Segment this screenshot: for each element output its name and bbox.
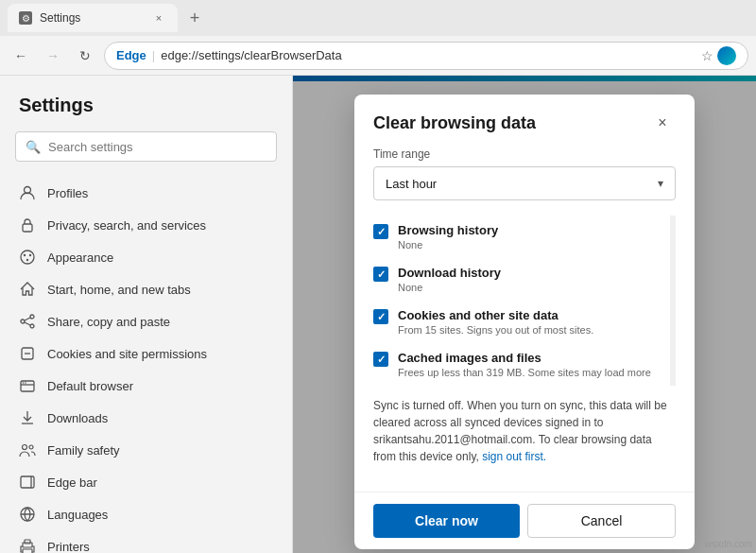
sidebar-item-printers[interactable]: Printers [0, 530, 292, 553]
download-icon [19, 409, 36, 426]
sidebar-item-label-cookies: Cookies and site permissions [47, 347, 273, 361]
browser-icon [19, 377, 36, 394]
tab-favicon-icon: ⚙ [19, 11, 32, 25]
checkmark-icon: ✓ [377, 268, 386, 281]
family-icon [19, 441, 36, 458]
sidebar-item-default-browser[interactable]: Default browser [0, 370, 292, 402]
modal-footer: Clear now Cancel [354, 492, 695, 549]
tab-close-button[interactable]: × [151, 10, 166, 26]
share-icon [19, 313, 36, 330]
home-icon [19, 281, 36, 298]
sidebar-item-label-profiles: Profiles [47, 186, 273, 200]
sidebar-item-languages[interactable]: Languages [0, 498, 292, 530]
lock-icon [19, 216, 36, 233]
sidebar-item-label-family: Family safety [47, 443, 273, 458]
sidebar-item-label-edgebar: Edge bar [47, 475, 273, 490]
address-bar[interactable]: Edge | edge://settings/clearBrowserData … [104, 42, 748, 70]
sidebar-item-edgebar[interactable]: Edge bar [0, 466, 292, 498]
sidebar-item-downloads[interactable]: Downloads [0, 402, 292, 434]
time-range-dropdown[interactable]: Last hour ▾ [373, 166, 676, 200]
nav-bar: ← → ↻ Edge | edge://settings/clearBrowse… [0, 36, 756, 76]
settings-tab[interactable]: ⚙ Settings × [8, 4, 178, 32]
sidebar-item-label-start: Start, home, and new tabs [47, 283, 273, 297]
svg-point-6 [30, 315, 34, 319]
checkmark-icon: ✓ [377, 226, 386, 238]
edgebar-icon [19, 474, 36, 491]
edge-brand-icon: Edge [116, 48, 146, 62]
time-range-value: Last hour [386, 177, 437, 191]
address-text: edge://settings/clearBrowserData [161, 48, 696, 62]
clear-browsing-data-modal: Clear browsing data × Time range Last ho… [354, 95, 695, 549]
download-history-checkbox[interactable]: ✓ [373, 267, 388, 282]
browser-chrome: ⚙ Settings × + ← → ↻ Edge | edge://setti… [0, 0, 756, 76]
checkbox-list: ✓ Browsing history None ✓ [373, 216, 676, 386]
svg-point-14 [25, 382, 26, 384]
sidebar-item-share[interactable]: Share, copy and paste [0, 305, 292, 337]
sidebar-item-label-printers: Printers [47, 540, 273, 554]
modal-close-button[interactable]: × [649, 110, 676, 136]
sidebar-item-label-privacy: Privacy, search, and services [47, 218, 273, 233]
profile-icon [19, 184, 36, 201]
browsing-history-sub: None [398, 239, 664, 251]
download-history-label: Download history [398, 266, 664, 280]
forward-button[interactable]: → [40, 43, 66, 69]
browsing-history-item: ✓ Browsing history None [373, 216, 664, 258]
cookie-icon [19, 345, 36, 362]
cached-label: Cached images and files [398, 351, 664, 365]
tab-title: Settings [40, 11, 144, 25]
sidebar: Settings 🔍 Profiles Privacy, search, and… [0, 76, 293, 553]
sidebar-item-cookies[interactable]: Cookies and site permissions [0, 337, 292, 370]
svg-point-8 [30, 324, 34, 328]
cached-content: Cached images and files Frees up less th… [398, 351, 664, 378]
browsing-history-checkbox[interactable]: ✓ [373, 224, 388, 239]
star-icon[interactable]: ☆ [701, 48, 713, 63]
sidebar-item-label-share: Share, copy and paste [47, 315, 273, 329]
sidebar-title: Settings [0, 95, 292, 131]
sign-out-link[interactable]: sign out first. [482, 450, 546, 463]
checkmark-icon: ✓ [377, 311, 386, 323]
cookies-sub: From 15 sites. Signs you out of most sit… [398, 324, 664, 336]
sidebar-item-start-home[interactable]: Start, home, and new tabs [0, 273, 292, 305]
modal-title: Clear browsing data [373, 113, 536, 133]
address-separator: | [152, 48, 155, 62]
browsing-history-label: Browsing history [398, 223, 664, 237]
content-area: Clear browsing data × Time range Last ho… [293, 76, 756, 553]
svg-point-2 [21, 251, 34, 264]
svg-rect-18 [21, 476, 34, 488]
cookies-label: Cookies and other site data [398, 308, 664, 322]
refresh-button[interactable]: ↻ [72, 43, 98, 69]
svg-rect-23 [25, 540, 30, 544]
download-history-content: Download history None [398, 266, 664, 293]
sidebar-item-label-languages: Languages [47, 508, 273, 522]
sidebar-item-profiles[interactable]: Profiles [0, 177, 292, 209]
sidebar-item-label-appearance: Appearance [47, 251, 273, 265]
svg-point-5 [26, 259, 28, 261]
download-history-item: ✓ Download history None [373, 258, 664, 301]
search-input[interactable] [48, 140, 266, 154]
clear-now-button[interactable]: Clear now [373, 504, 520, 538]
search-icon: 🔍 [26, 140, 41, 154]
sidebar-item-family[interactable]: Family safety [0, 434, 292, 466]
palette-icon [19, 249, 36, 266]
checkmark-icon: ✓ [377, 354, 386, 366]
svg-point-13 [23, 382, 25, 384]
tab-bar: ⚙ Settings × + [0, 0, 756, 36]
svg-point-7 [21, 320, 25, 323]
printer-icon [19, 538, 36, 553]
cancel-button[interactable]: Cancel [527, 504, 676, 538]
cookies-checkbox[interactable]: ✓ [373, 309, 388, 324]
sidebar-item-privacy[interactable]: Privacy, search, and services [0, 209, 292, 241]
svg-point-17 [29, 445, 33, 449]
cached-item: ✓ Cached images and files Frees up less … [373, 343, 664, 386]
sidebar-item-label-browser: Default browser [47, 379, 273, 393]
search-box[interactable]: 🔍 [15, 131, 277, 162]
svg-point-16 [23, 445, 27, 450]
cookies-item: ✓ Cookies and other site data From 15 si… [373, 301, 664, 343]
cached-checkbox[interactable]: ✓ [373, 352, 388, 367]
sidebar-item-appearance[interactable]: Appearance [0, 241, 292, 273]
new-tab-button[interactable]: + [181, 5, 208, 31]
watermark: wsxdn.com [705, 539, 752, 549]
modal-overlay: Clear browsing data × Time range Last ho… [293, 76, 756, 553]
back-button[interactable]: ← [8, 43, 34, 69]
cached-sub: Frees up less than 319 MB. Some sites ma… [398, 367, 664, 378]
